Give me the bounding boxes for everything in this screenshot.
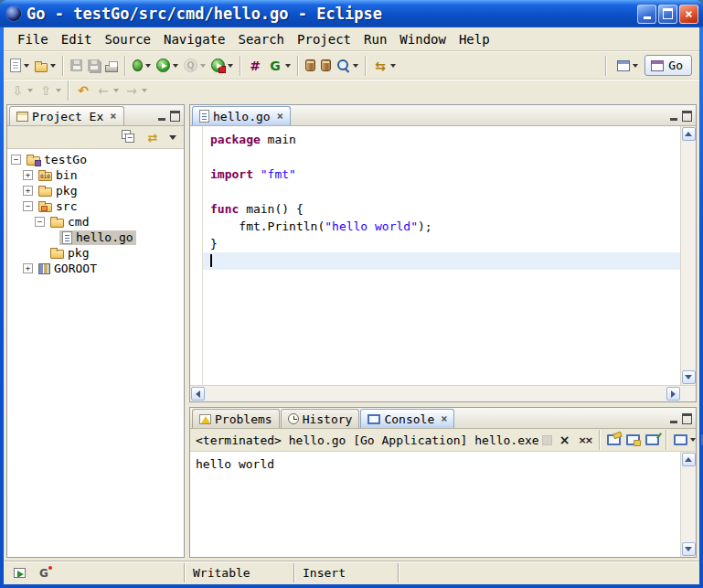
scroll-left-button[interactable] — [191, 387, 205, 401]
clear-console-button[interactable] — [604, 429, 623, 451]
jar-export-button[interactable] — [318, 55, 334, 77]
menu-navigate[interactable]: Navigate — [157, 29, 231, 49]
jar-import-button[interactable] — [303, 55, 318, 77]
scroll-up-button[interactable] — [682, 453, 696, 466]
scroll-down-button[interactable] — [682, 370, 696, 384]
menu-search[interactable]: Search — [231, 29, 291, 49]
up-arrow-icon — [685, 457, 692, 462]
tree-expander-minus[interactable]: − — [35, 217, 45, 227]
tree-item-content[interactable]: bin — [36, 168, 80, 183]
tree-item-content[interactable]: testGo — [24, 153, 90, 167]
code-line[interactable] — [203, 252, 680, 270]
code-editor[interactable]: package mainimport "fmt"func main() { fm… — [203, 126, 680, 385]
project-tree[interactable]: −testGo+bin+pkg−src−cmdhello.gopkg+GOROO… — [7, 149, 184, 557]
tab-history[interactable]: History — [281, 409, 360, 428]
maximize-view-button[interactable] — [680, 412, 694, 425]
tree-item-goroot[interactable]: +GOROOT — [7, 261, 184, 276]
code-line[interactable] — [203, 148, 680, 166]
scroll-lock-button[interactable] — [623, 429, 643, 451]
tree-item-content[interactable]: GOROOT — [36, 262, 100, 276]
code-line[interactable] — [203, 183, 680, 200]
minimize-view-button[interactable] — [666, 412, 680, 425]
console-output[interactable]: hello world — [190, 452, 680, 557]
code-line[interactable]: package main — [203, 131, 680, 148]
last-edit-location-button[interactable]: ↶ — [73, 80, 93, 102]
editor-horizontal-scrollbar[interactable] — [190, 385, 696, 401]
new-wizard-button[interactable] — [7, 55, 32, 77]
tree-item-pkg[interactable]: pkg — [7, 245, 184, 261]
code-line[interactable]: func main() { — [203, 200, 680, 218]
tab-problems[interactable]: Problems — [192, 409, 280, 428]
fast-view-button[interactable] — [11, 562, 28, 584]
tree-item-cmd[interactable]: −cmd — [7, 214, 184, 230]
menu-source[interactable]: Source — [98, 29, 157, 49]
view-menu-button[interactable] — [166, 126, 179, 148]
open-perspective-button[interactable] — [614, 55, 641, 77]
go-tools-button[interactable]: G — [265, 55, 293, 77]
tree-item-content[interactable]: pkg — [36, 184, 80, 198]
code-line[interactable]: } — [203, 235, 680, 252]
code-line[interactable]: fmt.Println("hello world"); — [203, 218, 680, 235]
tree-item-bin[interactable]: +bin — [7, 167, 184, 183]
close-tab-icon[interactable]: × — [110, 110, 116, 123]
maximize-view-button[interactable] — [168, 110, 182, 123]
tab-hello-go[interactable]: hello.go × — [192, 106, 291, 125]
close-button[interactable]: × — [679, 5, 698, 24]
tab-project-explorer[interactable]: Project Ex × — [9, 106, 124, 125]
tree-item-content[interactable]: hello.go — [59, 230, 136, 245]
code-line[interactable]: import "fmt" — [203, 166, 680, 183]
right-arrow-icon — [671, 390, 676, 398]
go-status-button[interactable]: G — [34, 562, 54, 584]
scroll-up-button[interactable] — [682, 127, 696, 141]
tab-console[interactable]: Console× — [360, 409, 454, 428]
tree-item-content[interactable]: pkg — [48, 246, 91, 261]
editor-vertical-scrollbar[interactable] — [680, 126, 696, 385]
remove-all-launches-button[interactable]: ×× — [575, 429, 595, 451]
menu-edit[interactable]: Edit — [55, 29, 99, 49]
tree-item-pkg[interactable]: +pkg — [7, 183, 184, 198]
perspective-go-button[interactable]: Go — [644, 55, 692, 76]
tree-expander-plus[interactable]: + — [23, 170, 33, 180]
menu-help[interactable]: Help — [453, 29, 496, 49]
go-build-button[interactable]: # — [245, 55, 265, 77]
collapse-all-button[interactable] — [119, 126, 139, 148]
close-tab-icon[interactable]: × — [277, 110, 283, 123]
tree-item-hello-go[interactable]: hello.go — [7, 230, 184, 245]
maximize-button[interactable] — [658, 5, 677, 24]
minimize-button[interactable] — [637, 5, 656, 24]
scroll-right-button[interactable] — [666, 387, 680, 401]
run-button[interactable] — [154, 55, 181, 77]
menu-run[interactable]: Run — [357, 29, 393, 49]
team-sync-button[interactable]: ⇆ — [370, 55, 399, 77]
tree-item-content[interactable]: cmd — [48, 215, 91, 230]
new-folder-button[interactable] — [32, 55, 59, 77]
display-console-button[interactable] — [671, 429, 698, 451]
tree-expander-plus[interactable]: + — [23, 186, 33, 196]
tree-item-testgo[interactable]: −testGo — [7, 152, 184, 167]
pin-console-button[interactable] — [643, 429, 662, 451]
remove-launch-button[interactable]: × — [555, 429, 575, 451]
tree-expander-plus[interactable]: + — [23, 263, 33, 273]
tree-item-src[interactable]: −src — [7, 198, 184, 214]
console-vertical-scrollbar[interactable] — [680, 452, 696, 557]
menu-file[interactable]: File — [11, 29, 55, 49]
string-token: "hello world" — [325, 219, 418, 233]
minimize-view-button[interactable] — [154, 110, 168, 123]
print-button[interactable] — [102, 55, 121, 77]
menu-window[interactable]: Window — [393, 29, 453, 49]
search-button[interactable] — [334, 55, 361, 77]
tree-expander-minus[interactable]: − — [11, 155, 21, 165]
menu-project[interactable]: Project — [291, 29, 357, 49]
tree-expander-minus[interactable]: − — [23, 201, 33, 211]
keyword-token: func — [210, 202, 239, 216]
maximize-view-button[interactable] — [680, 110, 694, 123]
tree-item-content[interactable]: src — [36, 199, 80, 214]
titlebar[interactable]: Go - testGo/src/cmd/hello.go - Eclipse × — [0, 0, 703, 27]
scroll-down-button[interactable] — [682, 542, 696, 556]
external-tools-button[interactable] — [208, 55, 236, 77]
close-tab-icon[interactable]: × — [441, 412, 447, 425]
link-with-editor-button[interactable]: ⇄ — [143, 126, 163, 148]
open-console-button[interactable] — [698, 429, 703, 451]
minimize-view-button[interactable] — [666, 110, 680, 123]
debug-button[interactable] — [130, 55, 154, 77]
